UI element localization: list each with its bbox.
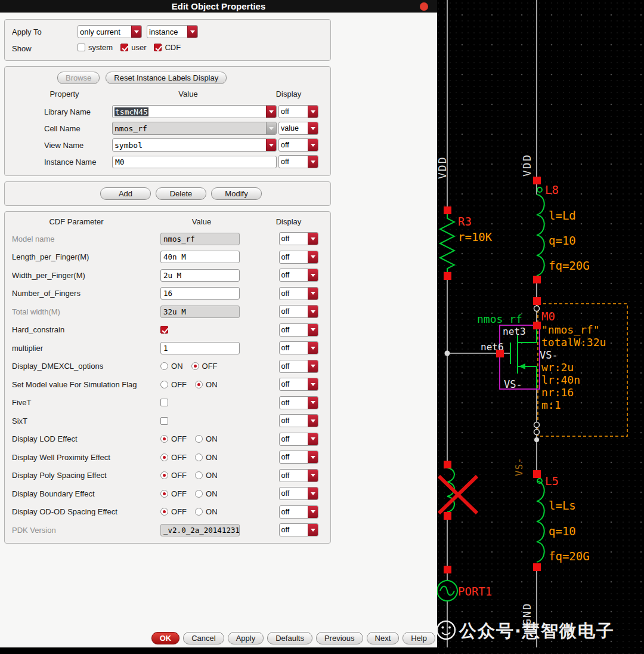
show-option-system[interactable]: system (78, 43, 113, 52)
display-dropdown[interactable]: off (279, 378, 319, 391)
radio-option-off[interactable]: OFF (160, 471, 187, 480)
radio-option-on[interactable]: ON (195, 453, 218, 462)
radio-option-on[interactable]: ON (195, 489, 218, 498)
footer-button-cancel[interactable]: Cancel (183, 632, 224, 644)
action-group: AddDeleteModify (4, 181, 331, 206)
reset-instance-labels-button[interactable]: Reset Instance Labels Display (106, 72, 227, 84)
radio-option-off[interactable]: OFF (160, 434, 187, 443)
dropdown-value: off (281, 399, 290, 407)
checkbox-system[interactable] (78, 44, 85, 51)
show-option-user[interactable]: user (120, 43, 146, 52)
apply-to-target-select[interactable]: instance (147, 25, 198, 38)
radio-option-off[interactable]: OFF (160, 489, 187, 498)
display-dropdown[interactable]: value (278, 122, 318, 135)
display-dropdown[interactable]: off (279, 396, 319, 409)
chevron-down-icon (308, 488, 318, 499)
footer-button-apply[interactable]: Apply (228, 632, 264, 644)
radio-option-on[interactable]: ON (160, 362, 183, 371)
radio-option-off[interactable]: OFF (191, 362, 218, 371)
radio-button[interactable] (195, 508, 203, 516)
display-dropdown[interactable]: off (278, 155, 318, 168)
dialog-titlebar[interactable]: Edit Object Properties (0, 0, 437, 13)
inductor-name-label: L5 (545, 474, 559, 488)
radio-button[interactable] (160, 508, 168, 516)
radio-option-off[interactable]: OFF (160, 507, 187, 516)
cdf-checkbox[interactable] (160, 399, 168, 406)
property-row-library-name: Library NametsmcN45off (5, 105, 330, 118)
display-dropdown[interactable]: off (279, 487, 319, 500)
display-dropdown[interactable]: off (279, 523, 319, 536)
cdf-value-field[interactable]: 2u M (160, 269, 240, 282)
radio-button[interactable] (160, 362, 168, 370)
radio-button[interactable] (191, 362, 199, 370)
display-dropdown[interactable]: off (279, 341, 319, 354)
value-dropdown[interactable]: tsmcN45 (112, 105, 277, 118)
display-dropdown[interactable]: off (279, 269, 319, 282)
footer-button-previous[interactable]: Previous (316, 632, 363, 644)
radio-option-on[interactable]: ON (195, 507, 218, 516)
inductor-prop-label: l=Ld (549, 209, 576, 222)
chevron-down-icon (308, 288, 318, 300)
attribute-group: Browse Reset Instance Labels Display Pro… (4, 66, 331, 176)
cdf-value-field[interactable]: 40n M (160, 251, 240, 263)
display-dropdown[interactable]: off (279, 505, 319, 519)
action-button-modify[interactable]: Modify (211, 187, 262, 200)
dropdown-value: off (281, 471, 290, 480)
display-dropdown[interactable]: off (279, 305, 319, 318)
cdf-checkbox[interactable] (160, 326, 168, 334)
display-dropdown[interactable]: off (278, 105, 318, 118)
cdf-value-field[interactable]: 16 (160, 287, 240, 300)
apply-to-scope-select[interactable]: only current (78, 25, 142, 38)
dropdown-value: off (281, 141, 289, 149)
cdf-value-cell: OFFON (160, 434, 278, 443)
close-icon[interactable] (420, 2, 428, 11)
display-dropdown[interactable]: off (279, 323, 319, 337)
dialog-footer: OKCancelApplyDefaultsPreviousNextHelp (0, 632, 437, 644)
display-dropdown[interactable]: off (279, 414, 319, 427)
radio-button[interactable] (195, 490, 203, 498)
footer-button-ok[interactable]: OK (151, 632, 180, 644)
footer-button-next[interactable]: Next (367, 632, 400, 644)
cdf-value-cell: OFFON (160, 507, 278, 516)
cdf-checkbox[interactable] (160, 417, 168, 425)
radio-button[interactable] (160, 435, 168, 443)
footer-button-help[interactable]: Help (402, 632, 435, 644)
display-dropdown[interactable]: off (279, 469, 319, 482)
display-dropdown[interactable]: off (279, 433, 319, 446)
radio-button[interactable] (160, 454, 168, 461)
radio-option-off[interactable]: OFF (160, 453, 187, 462)
display-dropdown[interactable]: off (279, 360, 319, 373)
display-dropdown[interactable]: off (279, 451, 319, 464)
display-dropdown[interactable]: off (278, 138, 318, 152)
action-button-delete[interactable]: Delete (156, 187, 206, 200)
dropdown-value: symbol (114, 141, 143, 150)
radio-button[interactable] (195, 454, 203, 461)
radio-button[interactable] (160, 471, 168, 479)
browse-button[interactable]: Browse (57, 72, 100, 84)
footer-button-defaults[interactable]: Defaults (267, 632, 312, 644)
show-option-cdf[interactable]: CDF (154, 43, 181, 52)
action-button-add[interactable]: Add (100, 187, 151, 200)
checkbox-cdf[interactable] (154, 44, 162, 51)
display-dropdown[interactable]: off (279, 287, 319, 300)
dropdown-value: off (281, 307, 290, 316)
value-dropdown[interactable]: symbol (112, 138, 277, 152)
cdf-value-field[interactable]: 1 (160, 342, 240, 354)
schematic-canvas[interactable]: R3 r=10K L8 l=Ld q=10 fq=20G nmos_rf net… (437, 0, 644, 654)
radio-button[interactable] (195, 435, 203, 443)
display-dropdown[interactable]: off (279, 232, 319, 245)
apply-to-label: Apply To (12, 27, 78, 36)
cdf-parameter-row-display-poly-spacing-effect: Display Poly Spacing EffectOFFONoff (5, 467, 330, 485)
radio-option-on[interactable]: ON (195, 434, 218, 443)
value-dropdown[interactable]: nmos_rf (112, 122, 277, 135)
radio-button[interactable] (160, 490, 168, 498)
radio-option-on[interactable]: ON (195, 380, 218, 389)
radio-button[interactable] (195, 381, 203, 388)
radio-button[interactable] (195, 471, 203, 479)
radio-option-on[interactable]: ON (195, 471, 218, 480)
checkbox-user[interactable] (120, 44, 128, 51)
value-field[interactable]: M0 (112, 156, 277, 168)
radio-button[interactable] (160, 381, 168, 388)
display-dropdown[interactable]: off (279, 251, 319, 264)
radio-option-off[interactable]: OFF (160, 380, 187, 389)
